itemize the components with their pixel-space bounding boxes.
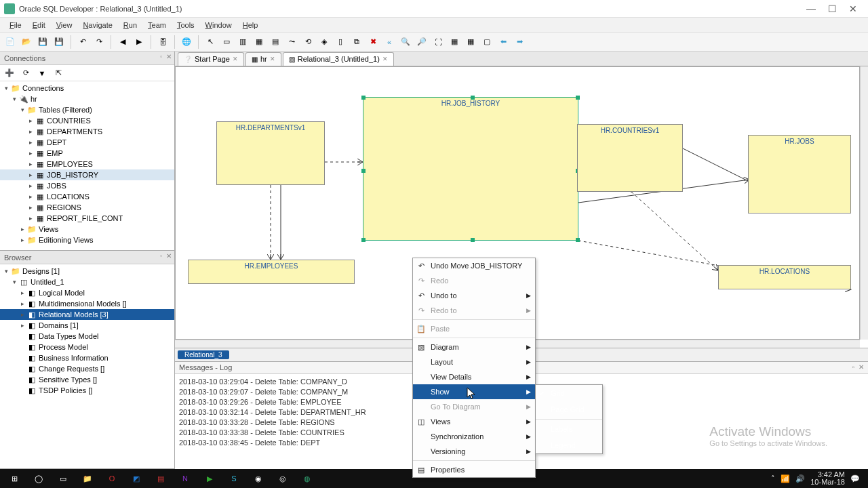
tree-item[interactable]: ▸▦LOCATIONS	[0, 191, 174, 202]
page-icon[interactable]: ▢	[479, 35, 494, 49]
table-icon[interactable]: ▤	[268, 35, 283, 49]
rewind-icon[interactable]: «	[382, 35, 397, 49]
sub-legend[interactable]: Legend	[536, 437, 602, 453]
panel-max-icon[interactable]: ▫	[160, 253, 162, 259]
menu-window[interactable]: Window	[200, 21, 237, 29]
tree-item[interactable]: ◧Process Model	[0, 342, 174, 352]
browser-tree[interactable]: ▾📁Designs [1]▾◫Untitled_1▸◧Logical Model…	[0, 264, 174, 468]
tree-item[interactable]: ▸▦DEPARTMENTS	[0, 126, 174, 137]
editor-tab[interactable]: ▧Relational_3 (Untitled_1)✕	[283, 52, 394, 66]
speaker-icon[interactable]: 🔊	[795, 474, 805, 483]
ctx-properties[interactable]: ▤Properties	[413, 462, 535, 477]
undo-icon[interactable]: ↶	[75, 35, 90, 49]
tree-item[interactable]: ◧Sensitive Types []	[0, 374, 174, 385]
cortana-icon[interactable]: ◯	[28, 470, 49, 487]
entity-icon[interactable]: ▭	[219, 35, 234, 49]
menu-edit[interactable]: Edit	[27, 21, 51, 29]
menu-view[interactable]: View	[51, 21, 78, 29]
connections-tree[interactable]: ▾📁Connections▾🔌hr▾📁Tables (Filtered)▸▦CO…	[0, 81, 174, 250]
onenote-icon[interactable]: N	[175, 470, 195, 487]
arrow-left-icon[interactable]: ⬅	[496, 35, 511, 49]
tree-item[interactable]: ▸◧Relational Models [3]	[0, 309, 174, 320]
context-menu[interactable]: ↶Undo Move JOB_HISTORY↷Redo↶Undo to▶↷Red…	[412, 258, 536, 478]
explorer-icon[interactable]: 📁	[77, 470, 98, 487]
resize-handle[interactable]	[576, 96, 580, 100]
filter-icon[interactable]: ▼	[35, 66, 49, 80]
note-icon[interactable]: ▯	[333, 35, 348, 49]
tree-item[interactable]: ▸📁Editioning Views	[0, 235, 174, 245]
resize-handle[interactable]	[471, 96, 475, 100]
opera-icon[interactable]: O	[102, 470, 122, 487]
tray-chevron-icon[interactable]: ˄	[771, 474, 775, 483]
menu-help[interactable]: Help	[237, 21, 264, 29]
wifi-icon[interactable]: 📶	[781, 474, 790, 483]
view-icon[interactable]: ▥	[235, 35, 250, 49]
ctx-undo-move-job_history[interactable]: ↶Undo Move JOB_HISTORY	[413, 258, 535, 273]
clock[interactable]: 3:42 AM 10-Mar-18	[810, 471, 845, 486]
tree-item[interactable]: ◧TSDP Policies []	[0, 385, 174, 396]
redo-icon[interactable]: ↷	[92, 35, 106, 49]
system-tray[interactable]: ˄ 📶 🔊 3:42 AM 10-Mar-18 💬	[771, 471, 864, 486]
tree-item[interactable]: ▸▦COUNTRIES	[0, 115, 174, 126]
tree-item[interactable]: ◧Business Information	[0, 352, 174, 363]
tree-item[interactable]: ▾📁Tables (Filtered)	[0, 104, 174, 115]
resize-handle[interactable]	[576, 238, 580, 242]
sub-grid[interactable]: ✔Grid	[536, 385, 602, 401]
tree-item[interactable]: ▸◧Domains [1]	[0, 320, 174, 331]
entity-box[interactable]: HR.LOCATIONS	[718, 265, 851, 289]
diagram-tab-relational[interactable]: Relational_3	[178, 350, 229, 359]
grid-icon[interactable]: ▦	[463, 35, 478, 49]
refresh-tree-icon[interactable]: ⟳	[19, 66, 33, 80]
tree-item[interactable]: ▸◧Logical Model	[0, 287, 174, 298]
tree-item[interactable]: ▸▦EMPLOYEES	[0, 159, 174, 169]
entity-box[interactable]: HR.JOB_HISTORY	[363, 97, 578, 241]
taskview-icon[interactable]: ▭	[53, 470, 73, 487]
entity-box[interactable]: HR.DEPARTMENTSv1	[216, 121, 325, 185]
menu-team[interactable]: Team	[142, 21, 172, 29]
acrobat-icon[interactable]: ▤	[151, 470, 171, 487]
tree-item[interactable]: ▸▦DEPT	[0, 137, 174, 148]
chrome-icon[interactable]: ◎	[273, 470, 293, 487]
entity-box[interactable]: HR.EMPLOYEES	[188, 260, 355, 284]
fit-icon[interactable]: ⛶	[431, 35, 446, 49]
tree-item[interactable]: ▸▦JOBS	[0, 180, 174, 191]
new-connection-icon[interactable]: ➕	[3, 66, 16, 80]
ctx-undo-to[interactable]: ↶Undo to▶	[413, 288, 535, 303]
panel-close-icon[interactable]: ✕	[166, 53, 172, 60]
panel-close-icon[interactable]: ✕	[166, 252, 172, 260]
ctx-versioning[interactable]: Versioning▶	[413, 444, 535, 459]
picasa-icon[interactable]: ◉	[248, 470, 269, 487]
resize-handle[interactable]	[361, 96, 366, 100]
start-button[interactable]: ⊞	[4, 470, 24, 487]
zoom-out-icon[interactable]: 🔎	[414, 35, 429, 49]
resize-handle[interactable]	[361, 238, 366, 242]
save-all-icon[interactable]: 💾	[52, 35, 66, 49]
zoom-in-icon[interactable]: 🔍	[398, 35, 413, 49]
tree-item[interactable]: ▸▦REGIONS	[0, 202, 174, 213]
app-icon[interactable]: ◩	[126, 470, 146, 487]
tree-item[interactable]: ▾◫Untitled_1	[0, 277, 174, 287]
gen-icon[interactable]: ◈	[317, 35, 332, 49]
tree-item[interactable]: ▾📁Designs [1]	[0, 266, 174, 277]
close-button[interactable]: ✕	[849, 3, 857, 14]
tree-item[interactable]: ▸▦EMP	[0, 148, 174, 159]
resize-handle[interactable]	[471, 238, 475, 242]
entity-box[interactable]: HR.COUNTRIESv1	[577, 124, 683, 192]
editor-tab[interactable]: ❔Start Page✕	[178, 52, 244, 66]
maximize-button[interactable]: ☐	[828, 3, 837, 14]
ctx-diagram[interactable]: ▧Diagram▶	[413, 340, 535, 354]
tree-item[interactable]: ▾📁Connections	[0, 83, 174, 94]
sub-page-grid[interactable]: Page Grid	[536, 401, 602, 418]
tree-item[interactable]: ◧Change Requests []	[0, 363, 174, 374]
log-close-icon[interactable]: ✕	[859, 363, 864, 371]
db-icon[interactable]: 🗄	[155, 35, 170, 49]
menu-tools[interactable]: Tools	[172, 21, 200, 29]
globe-icon[interactable]: 🌐	[179, 35, 194, 49]
layout-icon[interactable]: ▦	[447, 35, 462, 49]
sub-labels[interactable]: Labels	[536, 421, 602, 437]
open-icon[interactable]: 📂	[19, 35, 34, 49]
arrow-right-icon[interactable]: ➡	[512, 35, 527, 49]
menu-run[interactable]: Run	[118, 21, 142, 29]
menu-navigate[interactable]: Navigate	[77, 21, 117, 29]
tree-item[interactable]: ▸📁Views	[0, 224, 174, 235]
